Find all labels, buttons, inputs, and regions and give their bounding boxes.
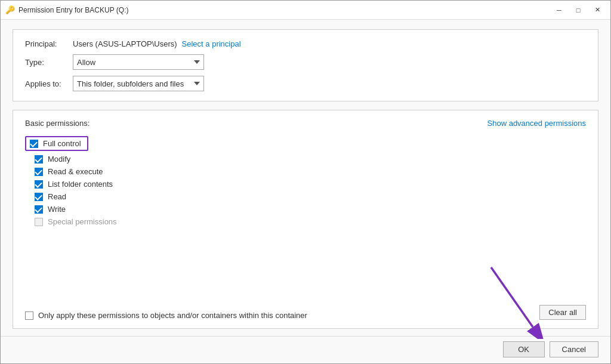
type-label: Type: [25,58,73,67]
select-principal-link[interactable]: Select a principal [182,39,241,48]
minimize-button[interactable]: ─ [551,4,567,17]
title-bar-controls: ─ □ ✕ [551,4,606,17]
special-permissions-row: Special permissions [35,217,586,226]
type-row: Type: Allow Deny [25,54,586,70]
only-apply-label: Only apply these permissions to objects … [38,311,307,320]
dialog-content: Principal: Users (ASUS-LAPTOP\Users) Sel… [1,20,610,336]
principal-value: Users (ASUS-LAPTOP\Users) [73,39,177,48]
basic-permissions-title: Basic permissions: [25,119,90,128]
applies-to-select[interactable]: This folder, subfolders and files This f… [73,76,204,91]
ok-button[interactable]: OK [503,341,545,357]
full-control-item: Full control [25,136,88,151]
show-advanced-link[interactable]: Show advanced permissions [487,119,586,128]
list-folder-checkbox[interactable] [35,180,43,189]
only-apply-checkbox[interactable] [25,311,33,320]
read-execute-label: Read & execute [48,167,103,176]
write-checkbox[interactable] [35,205,43,214]
full-control-label: Full control [43,139,81,148]
read-execute-row: Read & execute [35,167,586,176]
write-row: Write [35,205,586,214]
clear-all-button[interactable]: Clear all [539,305,586,320]
footer: OK Cancel [1,336,610,363]
principal-row: Principal: Users (ASUS-LAPTOP\Users) Sel… [25,39,586,48]
full-control-row: Full control [25,136,586,151]
window-icon: 🔑 [5,5,15,15]
special-permissions-label: Special permissions [48,217,117,226]
principal-label: Principal: [25,39,73,48]
only-apply-row: Only apply these permissions to objects … [25,305,586,320]
main-window: 🔑 Permission Entry for BACKUP (Q:) ─ □ ✕… [0,0,611,364]
window-title: Permission Entry for BACKUP (Q:) [18,6,551,14]
special-permissions-checkbox [35,218,43,226]
list-folder-row: List folder contents [35,180,586,189]
modify-row: Modify [35,155,586,164]
read-checkbox[interactable] [35,193,43,201]
applies-to-label: Applies to: [25,79,73,88]
maximize-button[interactable]: □ [570,4,587,17]
read-execute-checkbox[interactable] [35,168,43,176]
cancel-button[interactable]: Cancel [550,341,598,357]
modify-label: Modify [48,155,70,164]
modify-checkbox[interactable] [35,155,43,164]
permissions-list: Full control Modify Read & execute List … [25,136,586,226]
type-select[interactable]: Allow Deny [73,54,204,70]
full-control-checkbox[interactable] [30,140,38,148]
top-section: Principal: Users (ASUS-LAPTOP\Users) Sel… [13,29,598,101]
write-label: Write [48,205,66,214]
read-row: Read [35,192,586,201]
applies-to-row: Applies to: This folder, subfolders and … [25,76,586,91]
list-folder-label: List folder contents [48,180,113,189]
close-button[interactable]: ✕ [589,4,606,17]
permissions-section: Basic permissions: Show advanced permiss… [13,110,598,329]
read-label: Read [48,192,66,201]
title-bar: 🔑 Permission Entry for BACKUP (Q:) ─ □ ✕ [1,1,610,20]
section-header: Basic permissions: Show advanced permiss… [25,119,586,128]
